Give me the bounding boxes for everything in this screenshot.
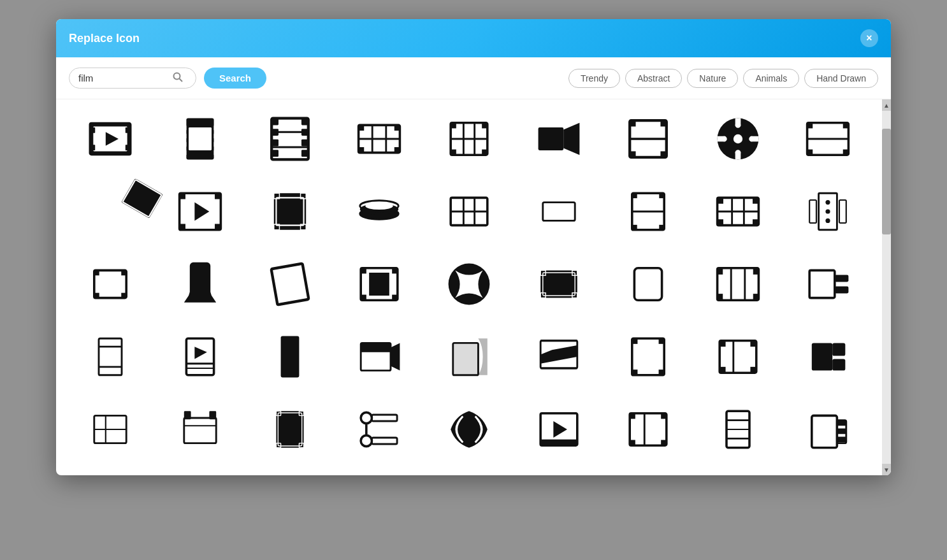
icon-cell[interactable] <box>428 324 511 390</box>
icon-cell[interactable] <box>697 396 780 463</box>
svg-rect-220 <box>837 437 846 443</box>
icon-cell[interactable] <box>786 178 869 245</box>
close-button[interactable]: × <box>860 29 878 47</box>
icon-cell[interactable] <box>428 251 511 317</box>
icon-cell[interactable] <box>338 106 421 172</box>
icon-cell[interactable] <box>248 251 331 317</box>
svg-rect-104 <box>753 197 758 203</box>
svg-rect-183 <box>832 343 845 355</box>
svg-rect-40 <box>451 123 456 129</box>
icon-cell[interactable] <box>607 324 690 390</box>
svg-rect-99 <box>660 225 665 230</box>
icon-cell[interactable] <box>159 324 242 390</box>
svg-rect-67 <box>842 123 848 129</box>
svg-rect-173 <box>659 338 665 344</box>
icon-cell[interactable] <box>338 324 421 390</box>
modal-body: ▲ ▼ <box>56 99 891 475</box>
icon-cell[interactable] <box>69 178 152 245</box>
icon-cell[interactable] <box>697 178 780 245</box>
icon-cell[interactable] <box>517 251 600 317</box>
svg-rect-23 <box>271 140 278 147</box>
svg-rect-111 <box>839 200 846 223</box>
icon-cell[interactable] <box>786 396 869 463</box>
filter-chip-nature[interactable]: Nature <box>687 69 738 88</box>
svg-rect-142 <box>753 294 759 300</box>
search-button[interactable]: Search <box>204 68 266 89</box>
filter-chip-animals[interactable]: Animals <box>743 69 799 88</box>
filter-chip-trendy[interactable]: Trendy <box>568 69 620 88</box>
svg-rect-218 <box>837 420 846 426</box>
icon-cell[interactable] <box>159 396 242 463</box>
search-container <box>69 68 196 89</box>
icon-cell[interactable] <box>428 106 511 172</box>
scroll-thumb[interactable] <box>882 129 891 234</box>
scrollbar[interactable]: ▲ ▼ <box>882 99 891 475</box>
svg-rect-161 <box>300 350 310 355</box>
svg-rect-219 <box>837 429 846 434</box>
icon-cell[interactable] <box>517 396 600 463</box>
icon-cell[interactable] <box>607 106 690 172</box>
svg-rect-16 <box>214 133 221 139</box>
svg-rect-156 <box>269 341 279 347</box>
icon-cell[interactable] <box>607 178 690 245</box>
icon-cell[interactable] <box>517 106 600 172</box>
svg-rect-42 <box>482 123 488 129</box>
scroll-down-arrow[interactable]: ▼ <box>882 464 891 475</box>
icon-cell[interactable] <box>248 396 331 463</box>
icon-cell[interactable] <box>428 178 511 245</box>
svg-rect-66 <box>807 150 813 155</box>
icon-cell[interactable] <box>338 396 421 463</box>
svg-rect-47 <box>538 127 563 150</box>
icon-cell[interactable] <box>786 324 869 390</box>
svg-rect-33 <box>359 147 365 153</box>
svg-rect-125 <box>361 268 367 274</box>
icon-cell[interactable] <box>159 106 242 172</box>
icon-cell[interactable] <box>338 251 421 317</box>
icon-cell[interactable] <box>159 251 242 317</box>
icon-cell[interactable] <box>159 178 242 245</box>
scroll-up-arrow[interactable]: ▲ <box>882 99 891 111</box>
icon-cell[interactable] <box>517 178 600 245</box>
icons-grid-container[interactable] <box>56 99 882 475</box>
svg-rect-41 <box>451 150 456 155</box>
icon-cell[interactable] <box>517 324 600 390</box>
icon-cell[interactable] <box>69 106 152 172</box>
svg-marker-204 <box>553 421 567 438</box>
svg-rect-137 <box>635 268 662 300</box>
icon-cell[interactable] <box>697 324 780 390</box>
svg-rect-96 <box>632 193 637 198</box>
modal-title: Replace Icon <box>69 32 140 45</box>
svg-rect-77 <box>215 224 220 229</box>
icon-cell[interactable] <box>248 178 331 245</box>
filter-chip-hand-drawn[interactable]: Hand Drawn <box>804 69 878 88</box>
svg-rect-184 <box>832 359 845 371</box>
icon-cell[interactable] <box>697 251 780 317</box>
svg-rect-24 <box>271 150 278 157</box>
svg-rect-14 <box>180 150 187 155</box>
icon-cell[interactable] <box>607 251 690 317</box>
svg-rect-190 <box>209 411 216 419</box>
icon-cell[interactable] <box>428 396 511 463</box>
svg-rect-27 <box>301 140 308 147</box>
icon-cell[interactable] <box>697 106 780 172</box>
search-input[interactable] <box>78 73 168 83</box>
icon-cell[interactable] <box>69 396 152 463</box>
icon-cell[interactable] <box>786 106 869 172</box>
icon-cell[interactable] <box>248 324 331 390</box>
svg-rect-49 <box>630 120 636 126</box>
svg-rect-158 <box>269 359 279 365</box>
icon-cell[interactable] <box>69 324 152 390</box>
icon-cell[interactable] <box>69 251 152 317</box>
icon-cell[interactable] <box>607 396 690 463</box>
svg-rect-17 <box>214 141 221 147</box>
icon-cell[interactable] <box>248 106 331 172</box>
svg-rect-189 <box>184 411 191 419</box>
svg-rect-65 <box>807 123 813 129</box>
svg-rect-182 <box>811 343 832 370</box>
svg-marker-78 <box>194 203 209 221</box>
icon-cell[interactable] <box>786 251 869 317</box>
svg-rect-160 <box>300 341 310 347</box>
icon-cell[interactable] <box>338 178 421 245</box>
svg-rect-68 <box>842 150 848 155</box>
filter-chip-abstract[interactable]: Abstract <box>625 69 682 88</box>
